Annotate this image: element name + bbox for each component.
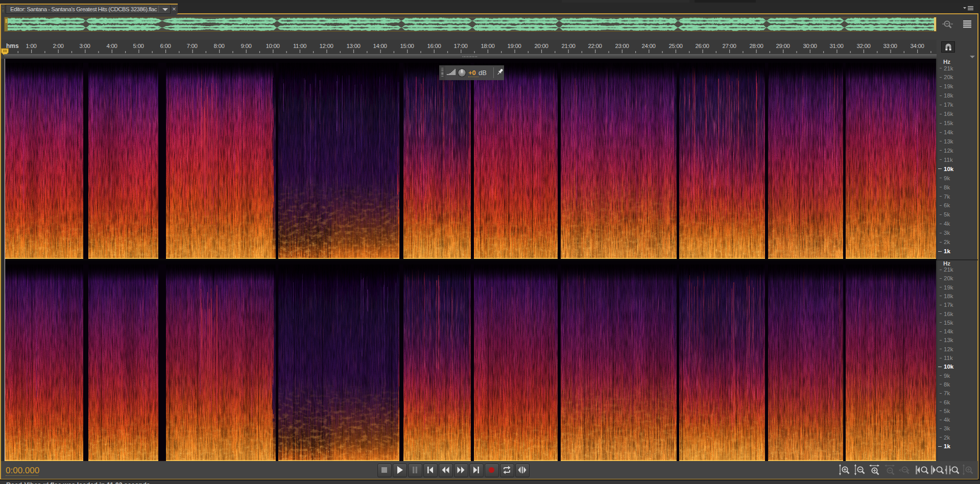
svg-text:17:00: 17:00: [453, 43, 467, 49]
svg-text:2:00: 2:00: [53, 43, 64, 49]
svg-text:10:00: 10:00: [266, 43, 279, 49]
svg-text:14:00: 14:00: [373, 43, 387, 49]
svg-text:9:00: 9:00: [241, 43, 252, 49]
svg-text:25:00: 25:00: [668, 43, 682, 49]
svg-text:6:00: 6:00: [160, 43, 171, 49]
svg-text:3:00: 3:00: [80, 43, 90, 49]
svg-text:31:00: 31:00: [829, 43, 843, 49]
svg-text:26:00: 26:00: [695, 43, 709, 49]
svg-text:27:00: 27:00: [722, 43, 736, 49]
svg-text:29:00: 29:00: [776, 43, 790, 49]
svg-text:8:00: 8:00: [214, 43, 225, 49]
svg-text:16:00: 16:00: [427, 43, 441, 49]
svg-text:13:00: 13:00: [346, 43, 360, 49]
svg-text:1:00: 1:00: [26, 43, 37, 49]
svg-text:4:00: 4:00: [107, 43, 117, 49]
svg-text:22:00: 22:00: [588, 43, 602, 49]
svg-text:7:00: 7:00: [187, 43, 198, 49]
svg-text:28:00: 28:00: [749, 43, 763, 49]
svg-text:19:00: 19:00: [507, 43, 521, 49]
svg-text:15:00: 15:00: [400, 43, 414, 49]
svg-text:33:00: 33:00: [883, 43, 897, 49]
svg-text:11:00: 11:00: [293, 43, 306, 49]
svg-text:23:00: 23:00: [615, 43, 629, 49]
svg-text:20:00: 20:00: [534, 43, 548, 49]
svg-text:34:00: 34:00: [910, 43, 924, 49]
svg-text:5:00: 5:00: [133, 43, 144, 49]
svg-text:12:00: 12:00: [319, 43, 333, 49]
svg-text:30:00: 30:00: [803, 43, 817, 49]
svg-text:21:00: 21:00: [561, 43, 575, 49]
svg-text:18:00: 18:00: [481, 43, 494, 49]
svg-text:24:00: 24:00: [641, 43, 655, 49]
svg-text:32:00: 32:00: [856, 43, 870, 49]
